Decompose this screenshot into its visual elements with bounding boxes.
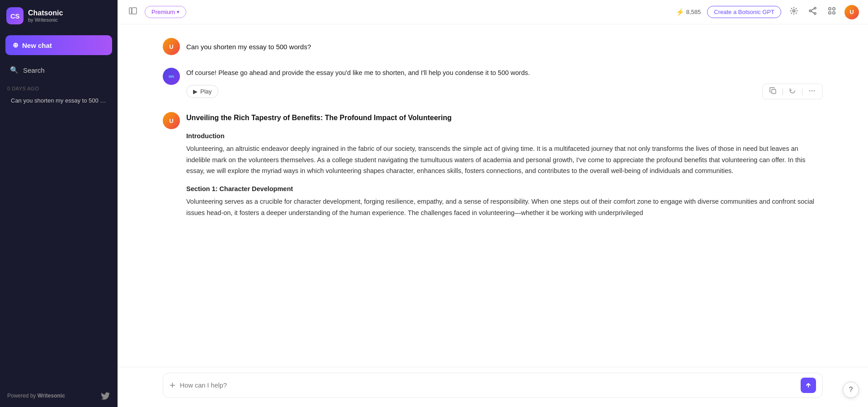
- sidebar: CS Chatsonic by Writesonic ⊕ New chat 🔍 …: [0, 0, 118, 407]
- svg-point-15: [814, 90, 815, 91]
- assistant-message-content: Of course! Please go ahead and provide t…: [186, 68, 823, 99]
- brand-sub: by Writesonic: [28, 17, 63, 23]
- create-botsonic-button[interactable]: Create a Botsonic GPT: [707, 6, 781, 18]
- user-avatar-circle: U: [163, 38, 180, 55]
- chat-history-item[interactable]: Can you shorten my essay to 500 wor...: [4, 93, 114, 108]
- premium-label: Premium: [151, 9, 175, 15]
- brand-name: Chatsonic: [28, 9, 63, 17]
- app-logo: CS: [6, 7, 24, 24]
- topbar-right: ⚡ 8,585 Create a Botsonic GPT: [676, 5, 859, 19]
- essay-section1-heading: Section 1: Character Development: [186, 184, 823, 194]
- share-button[interactable]: [807, 5, 819, 19]
- svg-point-14: [811, 90, 812, 91]
- play-button[interactable]: ▶ Play: [186, 85, 218, 98]
- user-message-row: U Can you shorten my essay to 500 words?: [163, 38, 823, 55]
- svg-rect-9: [833, 8, 835, 10]
- premium-button[interactable]: Premium ▾: [145, 6, 186, 18]
- assistant-message-text: Of course! Please go ahead and provide t…: [186, 68, 823, 78]
- chat-history-label: 0 DAYS AGO: [0, 81, 118, 93]
- svg-line-6: [811, 9, 814, 10]
- essay-section1-text: Volunteering serves as a crucible for ch…: [186, 196, 823, 218]
- svg-point-2: [793, 10, 795, 12]
- copy-icon: [769, 87, 777, 94]
- action-icons-group: [762, 84, 823, 99]
- chat-input-wrapper: +: [163, 373, 823, 398]
- new-chat-label: New chat: [22, 42, 52, 49]
- twitter-icon[interactable]: [100, 391, 110, 401]
- copy-button[interactable]: [767, 86, 779, 97]
- svg-rect-8: [829, 8, 831, 10]
- user-avatar[interactable]: U: [844, 5, 859, 19]
- svg-point-3: [814, 7, 816, 9]
- svg-rect-11: [833, 12, 835, 14]
- essay-intro-text: Volunteering, an altruistic endeavor dee…: [186, 143, 823, 177]
- more-icon: [808, 87, 816, 94]
- action-separator-2: [802, 88, 802, 95]
- svg-point-4: [814, 13, 816, 14]
- grid-icon: [827, 6, 836, 15]
- share-icon: [808, 6, 817, 15]
- action-separator: [783, 88, 783, 95]
- sidebar-toggle-button[interactable]: [127, 5, 139, 19]
- lightning-icon: ⚡: [676, 8, 684, 16]
- user-message-text: Can you shorten my essay to 500 words?: [186, 38, 823, 52]
- input-area: +: [118, 367, 868, 407]
- search-icon: 🔍: [10, 66, 19, 74]
- essay-intro-heading: Introduction: [186, 131, 823, 141]
- svg-rect-12: [772, 89, 776, 94]
- chat-input[interactable]: [180, 382, 796, 389]
- apps-button[interactable]: [826, 5, 838, 19]
- sidebar-toggle-icon: [128, 6, 137, 15]
- more-options-button[interactable]: [806, 86, 818, 97]
- main-content: Premium ▾ ⚡ 8,585 Create a Botsonic GPT: [118, 0, 868, 407]
- message-action-row: ▶ Play: [186, 84, 823, 99]
- search-button[interactable]: 🔍 Search: [5, 61, 112, 80]
- new-chat-button[interactable]: ⊕ New chat: [5, 35, 112, 55]
- essay-content: Unveiling the Rich Tapestry of Benefits:…: [186, 112, 823, 218]
- svg-point-13: [809, 90, 810, 91]
- play-label: Play: [200, 88, 212, 95]
- attachment-button[interactable]: +: [170, 380, 175, 390]
- credits-badge: ⚡ 8,585: [676, 8, 701, 16]
- regenerate-button[interactable]: [787, 86, 798, 97]
- chevron-down-icon: ▾: [177, 9, 179, 15]
- assistant-avatar: WS: [163, 68, 180, 85]
- topbar: Premium ▾ ⚡ 8,585 Create a Botsonic GPT: [118, 0, 868, 24]
- settings-button[interactable]: [788, 5, 800, 19]
- credits-value: 8,585: [686, 9, 701, 15]
- sidebar-footer: Powered by Writesonic: [0, 384, 118, 407]
- essay-message-row: U Unveiling the Rich Tapestry of Benefit…: [163, 112, 823, 218]
- send-button[interactable]: [801, 378, 816, 393]
- svg-rect-10: [829, 12, 831, 14]
- create-botsonic-label: Create a Botsonic GPT: [714, 9, 774, 15]
- play-icon: ▶: [193, 88, 198, 95]
- send-icon: [805, 382, 812, 389]
- essay-title: Unveiling the Rich Tapestry of Benefits:…: [186, 112, 823, 124]
- svg-line-7: [811, 11, 814, 13]
- svg-rect-1: [132, 8, 137, 14]
- chat-area: U Can you shorten my essay to 500 words?…: [118, 24, 868, 367]
- brand-text: Chatsonic by Writesonic: [28, 9, 63, 23]
- assistant-message-row: WS Of course! Please go ahead and provid…: [163, 68, 823, 99]
- essay-user-avatar: U: [163, 112, 180, 129]
- help-button[interactable]: ?: [843, 382, 859, 398]
- powered-by-text: Powered by Writesonic: [7, 393, 65, 399]
- refresh-icon: [789, 87, 796, 94]
- svg-point-5: [809, 10, 811, 12]
- sidebar-header: CS Chatsonic by Writesonic: [0, 0, 118, 32]
- svg-rect-0: [129, 8, 132, 14]
- search-label: Search: [23, 66, 45, 74]
- gear-icon: [789, 6, 798, 15]
- plus-icon: ⊕: [13, 41, 19, 49]
